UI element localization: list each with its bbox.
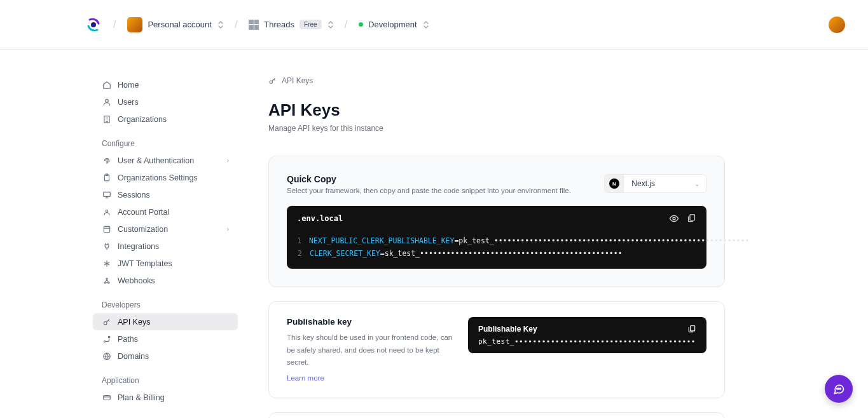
svg-point-0 xyxy=(91,22,96,27)
svg-point-10 xyxy=(106,278,107,279)
main-content: API Keys API Keys Manage API keys for th… xyxy=(242,50,763,418)
publishable-key-card: Publishable key This key should be used … xyxy=(268,301,725,398)
project-switcher[interactable]: Threads Free xyxy=(249,20,333,30)
plan-badge: Free xyxy=(300,20,322,29)
sidebar-item-label: Sessions xyxy=(118,191,150,199)
page-title: API Keys xyxy=(268,100,725,120)
sidebar-item-label: Account Portal xyxy=(118,208,169,217)
workspace-avatar xyxy=(127,17,142,32)
sidebar-item-integrations[interactable]: Integrations xyxy=(93,238,238,255)
svg-point-16 xyxy=(270,80,272,83)
updown-icon xyxy=(328,21,333,29)
building-icon xyxy=(102,114,111,124)
key-icon xyxy=(268,77,277,85)
secret-key-card-partial xyxy=(268,412,725,418)
updown-icon xyxy=(218,21,223,29)
svg-point-8 xyxy=(104,281,105,283)
code-line: 1 NEXT_PUBLIC_CLERK_PUBLISHABLE_KEY=pk_t… xyxy=(297,235,696,248)
sidebar-item-home[interactable]: Home xyxy=(93,76,238,93)
framework-select[interactable]: N Next.js ⌄ xyxy=(604,174,706,193)
sidebar-item-jwt[interactable]: JWT Templates xyxy=(93,255,238,272)
sidebar-item-user-auth[interactable]: User & Authentication › xyxy=(93,152,238,169)
plug-icon xyxy=(102,241,111,251)
top-header: / Personal account / Threads Free / Deve… xyxy=(0,0,868,50)
chevron-right-icon: › xyxy=(227,226,229,233)
sidebar-item-customization[interactable]: Customization › xyxy=(93,220,238,238)
svg-rect-2 xyxy=(104,116,109,123)
separator: / xyxy=(345,19,347,30)
sidebar-item-account-portal[interactable]: Account Portal xyxy=(93,203,238,220)
keycard-title: Publishable Key xyxy=(478,325,537,334)
updown-icon xyxy=(424,21,429,29)
sidebar-item-label: Plan & Billing xyxy=(118,393,165,402)
env-code-block: .env.local 1 NEXT_PUBLIC_CLERK_PUBLISHAB… xyxy=(287,206,706,269)
separator: / xyxy=(113,19,116,30)
nextjs-icon: N xyxy=(605,174,624,193)
sidebar-item-label: Customization xyxy=(118,225,168,234)
clerk-logo[interactable] xyxy=(85,17,102,33)
svg-rect-19 xyxy=(691,326,695,331)
env-status-dot xyxy=(359,22,363,27)
home-icon xyxy=(102,80,111,90)
sidebar-item-label: User & Authentication xyxy=(118,156,194,165)
sidebar-item-webhooks[interactable]: Webhooks xyxy=(93,272,238,289)
publishable-key-value-card: Publishable Key pk_test_••••••••••••••••… xyxy=(468,317,706,353)
project-icon xyxy=(249,20,259,30)
sidebar-item-sessions[interactable]: Sessions xyxy=(93,186,238,203)
breadcrumb: API Keys xyxy=(268,76,725,85)
sidebar-item-label: Organizations Settings xyxy=(118,173,198,182)
fingerprint-icon xyxy=(102,156,111,165)
separator: / xyxy=(235,19,237,30)
workspace-switcher[interactable]: Personal account xyxy=(127,17,223,32)
sidebar-item-label: Domains xyxy=(118,352,149,361)
sidebar-item-label: JWT Templates xyxy=(118,259,172,268)
section-heading-developers: Developers xyxy=(89,289,242,313)
sidebar-item-paths[interactable]: Paths xyxy=(93,330,238,347)
learn-more-link[interactable]: Learn more xyxy=(287,374,324,382)
svg-point-22 xyxy=(840,388,841,389)
workspace-name: Personal account xyxy=(148,20,211,29)
sidebar-item-plan-billing[interactable]: Plan & Billing xyxy=(93,389,238,406)
section-heading-application: Application xyxy=(89,365,242,389)
webhook-icon xyxy=(102,276,111,285)
key-icon xyxy=(102,317,111,327)
sidebar-item-label: Home xyxy=(118,81,139,90)
sidebar-item-org-settings[interactable]: Organizations Settings xyxy=(93,169,238,186)
quick-copy-subtitle: Select your framework, then copy and pas… xyxy=(287,187,571,194)
palette-icon xyxy=(102,224,111,234)
svg-point-12 xyxy=(104,340,105,342)
sidebar-item-api-keys[interactable]: API Keys xyxy=(93,313,238,330)
sidebar-item-label: Organizations xyxy=(118,115,167,124)
monitor-icon xyxy=(102,190,111,199)
svg-point-20 xyxy=(837,388,838,389)
support-chat-button[interactable] xyxy=(825,375,853,403)
globe-icon xyxy=(102,351,111,361)
svg-rect-5 xyxy=(103,192,110,196)
sidebar-item-label: Integrations xyxy=(118,242,159,251)
sidebar-item-label: Users xyxy=(118,98,139,107)
code-line: 2 CLERK_SECRET_KEY=sk_test_•••••••••••••… xyxy=(297,248,696,260)
copy-button[interactable] xyxy=(687,325,696,334)
svg-point-1 xyxy=(105,99,108,102)
svg-point-11 xyxy=(104,321,107,325)
breadcrumb-label: API Keys xyxy=(282,76,313,85)
route-icon xyxy=(102,334,111,344)
portal-icon xyxy=(102,207,111,217)
user-avatar[interactable] xyxy=(829,17,845,33)
sidebar-item-domains[interactable]: Domains xyxy=(93,347,238,365)
reveal-button[interactable] xyxy=(669,213,679,224)
publishable-title: Publishable key xyxy=(287,317,453,327)
section-heading-configure: Configure xyxy=(89,128,242,152)
svg-point-6 xyxy=(106,210,108,212)
quick-copy-card: Quick Copy Select your framework, then c… xyxy=(268,156,725,287)
sidebar-item-users[interactable]: Users xyxy=(93,93,238,111)
svg-rect-15 xyxy=(103,395,110,400)
copy-button[interactable] xyxy=(687,213,696,224)
project-name: Threads xyxy=(264,20,294,29)
sidebar-item-label: Paths xyxy=(118,335,138,344)
sidebar-item-organizations[interactable]: Organizations xyxy=(93,111,238,128)
svg-point-9 xyxy=(107,281,109,283)
user-icon xyxy=(102,97,111,107)
quick-copy-title: Quick Copy xyxy=(287,174,571,184)
environment-switcher[interactable]: Development xyxy=(359,20,429,29)
